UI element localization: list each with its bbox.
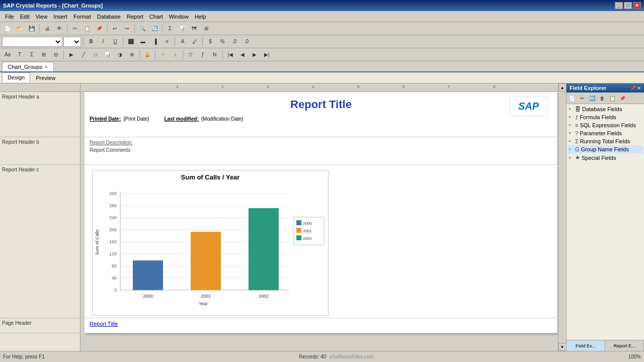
paste-button[interactable]: 📌 xyxy=(94,24,105,34)
document-tab-close[interactable]: ✕ xyxy=(44,64,48,69)
highlight-button[interactable]: 🖊 xyxy=(189,37,200,47)
insert-map-button[interactable]: 🗺 xyxy=(189,24,200,34)
fe-new-button[interactable]: 📄 xyxy=(568,94,577,103)
fe-edit-button[interactable]: ✏ xyxy=(578,94,587,103)
fe-copy-button[interactable]: 📋 xyxy=(608,94,617,103)
select-button[interactable]: ▶ xyxy=(66,50,77,60)
underline-button[interactable]: U xyxy=(110,37,121,47)
nav-last-button[interactable]: ▶| xyxy=(261,50,272,60)
insert-cross-button[interactable]: ⊞ xyxy=(201,24,212,34)
cross2-button[interactable]: ⊕ xyxy=(126,50,137,60)
report-header-c-label: Report Header c xyxy=(0,165,80,318)
menu-insert[interactable]: Insert xyxy=(50,13,70,21)
document-tab[interactable]: Chart_Groups ✕ xyxy=(2,62,54,71)
page-header-label: Page Header xyxy=(0,318,80,333)
fe-item-running-total[interactable]: + Σ Running Total Fields xyxy=(568,137,643,145)
line-button[interactable]: ╱ xyxy=(78,50,89,60)
menu-database[interactable]: Database xyxy=(94,13,124,21)
menu-file[interactable]: File xyxy=(2,13,17,21)
nav-next-button[interactable]: ▶ xyxy=(249,50,260,60)
font-family-select[interactable] xyxy=(2,37,62,47)
save-button[interactable]: 💾 xyxy=(26,24,37,34)
insert-sum-button[interactable]: Σ xyxy=(165,24,176,34)
field-button[interactable]: Aa xyxy=(2,50,13,60)
fe-item-parameter[interactable]: + ? Parameter Fields xyxy=(568,129,643,137)
menu-help[interactable]: Help xyxy=(192,13,209,21)
font-size-select[interactable] xyxy=(63,37,81,47)
minimize-button[interactable]: _ xyxy=(615,2,623,9)
text-button[interactable]: T xyxy=(14,50,25,60)
menu-format[interactable]: Format xyxy=(70,13,94,21)
scroll-down-button[interactable]: ▼ xyxy=(558,343,567,351)
refresh-button[interactable]: 🔄 xyxy=(149,24,160,34)
fe-paste-button[interactable]: 📌 xyxy=(618,94,627,103)
menu-edit[interactable]: Edit xyxy=(17,13,33,21)
open-button[interactable]: 📂 xyxy=(14,24,25,34)
menu-view[interactable]: View xyxy=(33,13,51,21)
watermark-text: eSoftwareFiles.com xyxy=(330,354,374,359)
menu-report[interactable]: Report xyxy=(124,13,146,21)
lock-button[interactable]: 🔒 xyxy=(142,50,153,60)
svg-text:2000: 2000 xyxy=(303,221,312,226)
group-button[interactable]: ⊞ xyxy=(38,50,49,60)
move-up-button[interactable]: ↑ xyxy=(157,50,169,60)
align-right-button[interactable]: ▐ xyxy=(149,37,160,47)
close-button[interactable]: ✕ xyxy=(633,2,641,9)
preview-tab-label: Preview xyxy=(36,75,55,81)
font-color-button[interactable]: A xyxy=(177,37,188,47)
sort-group-button[interactable]: ⊟ xyxy=(50,50,61,60)
align-justify-button[interactable]: ≡ xyxy=(162,37,173,47)
scroll-up-button[interactable]: ▲ xyxy=(558,83,567,92)
design-tab[interactable]: Design xyxy=(2,72,30,82)
zoom-button[interactable]: 🔍 xyxy=(137,24,148,34)
move-down-button[interactable]: ↓ xyxy=(170,50,181,60)
fe-item-sql[interactable]: + ≡ SQL Expression Fields xyxy=(568,121,643,129)
copy-button[interactable]: 📋 xyxy=(82,24,93,34)
bold-button[interactable]: B xyxy=(86,37,97,47)
chart-svg: 0 40 80 120 160 200 240 280 320 Sum of C… xyxy=(93,182,329,308)
increase-decimal-button[interactable]: ,0 xyxy=(229,37,240,47)
pie-button[interactable]: ◑ xyxy=(114,50,125,60)
currency-button[interactable]: $ xyxy=(205,37,216,47)
fx-button[interactable]: fx xyxy=(209,50,220,60)
fe-tab-field-ex[interactable]: Field Ex... xyxy=(567,340,605,351)
fe-close-button[interactable]: ✕ xyxy=(637,85,641,91)
sum2-button[interactable]: Σ xyxy=(26,50,37,60)
fe-tab-report-ex[interactable]: Report E... xyxy=(605,340,644,351)
menu-window[interactable]: Window xyxy=(166,13,192,21)
filter-button[interactable]: ▽ xyxy=(185,50,196,60)
fe-item-formula[interactable]: + ƒ Formula Fields xyxy=(568,113,643,121)
maximize-button[interactable]: □ xyxy=(624,2,632,9)
fe-item-special[interactable]: + ★ Special Fields xyxy=(568,153,643,162)
align-left-button[interactable]: ⬛ xyxy=(125,37,136,47)
new-button[interactable]: 📄 xyxy=(2,24,13,34)
redo-button[interactable]: ↪ xyxy=(121,24,132,34)
fe-pin-button[interactable]: 📌 xyxy=(630,85,636,91)
preview-tab[interactable]: Preview xyxy=(30,72,61,82)
percent-button[interactable]: % xyxy=(217,37,228,47)
preview-button[interactable]: 👁 xyxy=(54,24,65,34)
rect-button[interactable]: □ xyxy=(90,50,101,60)
decrease-decimal-button[interactable]: .0 xyxy=(241,37,252,47)
toolbar-2: B I U ⬛ ▬ ▐ ≡ A 🖊 $ % ,0 .0 xyxy=(0,35,644,48)
fe-rename-button[interactable]: 🔤 xyxy=(588,94,597,103)
fe-item-database[interactable]: + 🗄 Database Fields xyxy=(568,105,643,113)
fe-expand-formula: + xyxy=(569,115,574,120)
menu-chart[interactable]: Chart xyxy=(146,13,166,21)
fe-item-group-name[interactable]: + G Group Name Fields xyxy=(568,145,643,153)
nav-prev-button[interactable]: ◀ xyxy=(237,50,248,60)
title-bar-text: SAP Crystal Reports - [Chart_Groups] xyxy=(3,3,103,9)
align-center-button[interactable]: ▬ xyxy=(137,37,148,47)
separator-13 xyxy=(183,50,183,59)
fe-expand-database: + xyxy=(569,107,574,112)
formula-button[interactable]: ƒ xyxy=(197,50,208,60)
vertical-scrollbar[interactable]: ▲ ▼ xyxy=(558,83,566,351)
fe-delete-button[interactable]: 🗑 xyxy=(598,94,607,103)
undo-button[interactable]: ↩ xyxy=(109,24,120,34)
print-button[interactable]: 🖨 xyxy=(42,24,53,34)
cut-button[interactable]: ✂ xyxy=(69,24,80,34)
italic-button[interactable]: I xyxy=(98,37,109,47)
nav-first-button[interactable]: |◀ xyxy=(225,50,236,60)
chart2-button[interactable]: 📊 xyxy=(102,50,113,60)
insert-chart-button[interactable]: 📊 xyxy=(177,24,188,34)
